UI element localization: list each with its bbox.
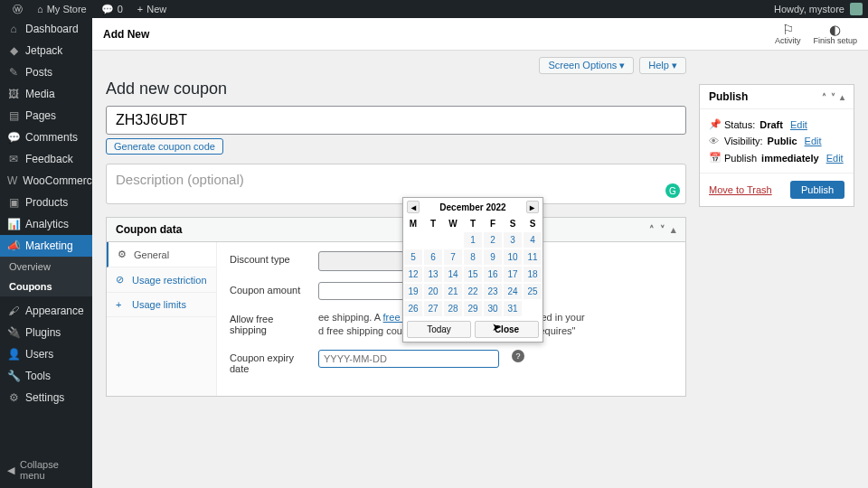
page-header-title: Add New: [103, 28, 149, 41]
expiry-date-label: Coupon expiry date: [230, 350, 309, 374]
sidebar-item-plugins[interactable]: 🔌Plugins: [0, 322, 92, 343]
panel-toggle-icon[interactable]: ▴: [840, 92, 844, 102]
coupon-data-nav: ⚙General⊘Usage restriction+Usage limits: [107, 242, 217, 396]
day-16[interactable]: 16: [483, 266, 503, 283]
today-button[interactable]: Today: [407, 321, 471, 338]
prev-month-button[interactable]: ◂: [407, 201, 420, 213]
dow-header: S: [523, 216, 542, 231]
move-to-trash-link[interactable]: Move to Trash: [709, 184, 772, 195]
sidebar-item-users[interactable]: 👤Users: [0, 343, 92, 365]
jetpack-icon: ◆: [7, 44, 20, 57]
day-17[interactable]: 17: [503, 266, 523, 283]
dow-header: T: [423, 216, 443, 231]
day-11[interactable]: 11: [523, 249, 542, 266]
day-22[interactable]: 22: [463, 283, 483, 300]
calendar-icon: 📅: [709, 152, 720, 164]
coupon-nav-usage-limits[interactable]: +Usage limits: [107, 293, 216, 317]
edit-visibility-link[interactable]: Edit: [805, 136, 822, 146]
day-24[interactable]: 24: [503, 283, 523, 300]
eye-icon: 👁: [709, 136, 720, 146]
dow-header: W: [443, 216, 463, 231]
day-30[interactable]: 30: [483, 300, 503, 317]
sidebar-item-tools[interactable]: 🔧Tools: [0, 365, 92, 387]
day-21[interactable]: 21: [443, 283, 463, 300]
edit-date-link[interactable]: Edit: [826, 153, 844, 164]
day-15[interactable]: 15: [463, 266, 483, 283]
appearance-icon: 🖌: [7, 305, 20, 317]
screen-options-toggle[interactable]: Screen Options ▾: [539, 57, 634, 74]
edit-status-link[interactable]: Edit: [790, 119, 807, 130]
coupon-amount-label: Coupon amount: [230, 282, 309, 296]
sidebar-item-feedback[interactable]: ✉Feedback: [0, 148, 92, 170]
site-link[interactable]: ⌂My Store: [30, 3, 94, 16]
howdy-text[interactable]: Howdy, mystore: [774, 4, 844, 14]
close-button[interactable]: Close: [475, 321, 539, 338]
grammarly-icon[interactable]: G: [665, 183, 680, 198]
day-28[interactable]: 28: [443, 300, 463, 317]
avatar[interactable]: [850, 3, 863, 15]
sidebar-item-appearance[interactable]: 🖌Appearance: [0, 300, 92, 322]
day-6[interactable]: 6: [423, 249, 443, 266]
sidebar-item-woocommerce[interactable]: WWooCommerce: [0, 170, 92, 192]
description-input[interactable]: Description (optional) G: [106, 164, 686, 204]
publish-button[interactable]: Publish: [790, 181, 844, 199]
activity-link[interactable]: ⚐Activity: [775, 23, 801, 45]
expiry-date-input[interactable]: [318, 350, 499, 368]
day-26[interactable]: 26: [403, 300, 423, 317]
day-9[interactable]: 9: [483, 249, 503, 266]
day-12[interactable]: 12: [403, 266, 423, 283]
panel-toggle-icon[interactable]: ▴: [671, 224, 676, 236]
help-icon[interactable]: ?: [512, 350, 524, 362]
panel-down-icon[interactable]: ˅: [831, 92, 835, 102]
woocommerce-icon: W: [7, 174, 17, 187]
sidebar-item-marketing[interactable]: 📣Marketing: [0, 235, 92, 257]
next-month-button[interactable]: ▸: [526, 201, 539, 213]
publish-panel: Publish ˄˅▴ 📌Status: DraftEdit 👁Visibili…: [699, 84, 854, 207]
datepicker-popup: ◂ December 2022 ▸ MTWTFSS123456789101112…: [402, 197, 543, 343]
sidebar-item-products[interactable]: ▣Products: [0, 192, 92, 213]
sidebar-sub-overview[interactable]: Overview: [0, 257, 92, 277]
sidebar-item-comments[interactable]: 💬Comments: [0, 127, 92, 148]
day-4[interactable]: 4: [523, 231, 542, 249]
day-20[interactable]: 20: [423, 283, 443, 300]
day-10[interactable]: 10: [503, 249, 523, 266]
day-23[interactable]: 23: [483, 283, 503, 300]
day-13[interactable]: 13: [423, 266, 443, 283]
help-toggle[interactable]: Help ▾: [639, 57, 686, 74]
day-25[interactable]: 25: [523, 283, 542, 300]
day-27[interactable]: 27: [423, 300, 443, 317]
day-3[interactable]: 3: [503, 231, 523, 249]
free-shipping-label: Allow free shipping: [230, 311, 309, 335]
collapse-menu[interactable]: ◀Collapse menu: [0, 452, 92, 488]
panel-up-icon[interactable]: ˄: [822, 92, 826, 102]
sidebar-item-jetpack[interactable]: ◆Jetpack: [0, 40, 92, 61]
day-14[interactable]: 14: [443, 266, 463, 283]
day-18[interactable]: 18: [523, 266, 542, 283]
generate-code-button[interactable]: Generate coupon code: [106, 138, 223, 155]
new-link[interactable]: +New: [130, 3, 174, 16]
sidebar-item-settings[interactable]: ⚙Settings: [0, 387, 92, 408]
day-7[interactable]: 7: [443, 249, 463, 266]
coupon-nav-general[interactable]: ⚙General: [107, 242, 216, 267]
sidebar-item-analytics[interactable]: 📊Analytics: [0, 213, 92, 235]
day-19[interactable]: 19: [403, 283, 423, 300]
sidebar-item-pages[interactable]: ▤Pages: [0, 105, 92, 127]
day-5[interactable]: 5: [403, 249, 423, 266]
panel-down-icon[interactable]: ˅: [660, 224, 665, 236]
day-8[interactable]: 8: [463, 249, 483, 266]
dow-header: S: [503, 216, 523, 231]
day-31[interactable]: 31: [503, 300, 523, 317]
day-2[interactable]: 2: [483, 231, 503, 249]
finish-setup-link[interactable]: ◐Finish setup: [813, 23, 857, 45]
sidebar-item-posts[interactable]: ✎Posts: [0, 61, 92, 83]
day-29[interactable]: 29: [463, 300, 483, 317]
comments-link[interactable]: 💬0: [94, 3, 130, 16]
panel-up-icon[interactable]: ˄: [649, 224, 655, 236]
coupon-code-input[interactable]: [106, 106, 686, 135]
sidebar-sub-coupons[interactable]: Coupons: [0, 277, 92, 296]
sidebar-item-dashboard[interactable]: ⌂Dashboard: [0, 18, 92, 40]
coupon-nav-usage-restriction[interactable]: ⊘Usage restriction: [107, 267, 216, 293]
day-1[interactable]: 1: [463, 231, 483, 249]
sidebar-item-media[interactable]: 🖼Media: [0, 83, 92, 105]
wp-logo[interactable]: ⓦ: [5, 3, 30, 16]
